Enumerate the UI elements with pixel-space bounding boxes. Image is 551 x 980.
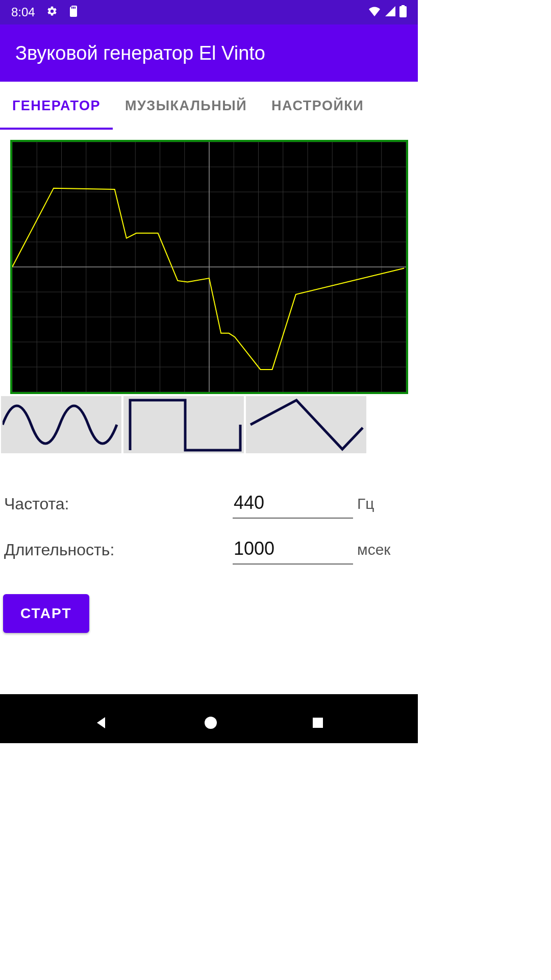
tab-generator[interactable]: ГЕНЕРАТОР bbox=[0, 82, 113, 130]
nav-recent-icon[interactable] bbox=[312, 717, 324, 731]
duration-input[interactable] bbox=[233, 535, 353, 565]
wifi-icon bbox=[368, 6, 381, 18]
duration-unit: мсек bbox=[353, 541, 390, 558]
duration-label: Длительность: bbox=[0, 541, 233, 559]
status-time: 8:04 bbox=[11, 5, 35, 19]
sd-card-icon bbox=[69, 6, 78, 19]
app-title: Звуковой генератор El Vinto bbox=[15, 42, 265, 64]
oscilloscope-display[interactable] bbox=[10, 140, 408, 394]
frequency-label: Частота: bbox=[0, 495, 233, 513]
svg-rect-1 bbox=[313, 718, 323, 728]
gear-icon bbox=[46, 6, 58, 19]
frequency-row: Частота: Гц bbox=[0, 489, 418, 519]
svg-point-0 bbox=[205, 717, 217, 729]
start-button[interactable]: СТАРТ bbox=[3, 594, 89, 633]
duration-row: Длительность: мсек bbox=[0, 535, 418, 565]
tab-bar: ГЕНЕРАТОР МУЗЫКАЛЬНЫЙ НАСТРОЙКИ bbox=[0, 82, 418, 130]
wave-buttons bbox=[0, 394, 418, 453]
tab-settings[interactable]: НАСТРОЙКИ bbox=[259, 82, 376, 130]
battery-icon bbox=[399, 5, 407, 19]
wave-square-button[interactable] bbox=[123, 396, 244, 453]
nav-back-icon[interactable] bbox=[94, 715, 109, 732]
wave-triangle-button[interactable] bbox=[246, 396, 366, 453]
tab-label: МУЗЫКАЛЬНЫЙ bbox=[125, 98, 247, 114]
nav-home-icon[interactable] bbox=[204, 716, 218, 732]
android-nav-bar bbox=[0, 704, 418, 743]
app-bar: Звуковой генератор El Vinto bbox=[0, 24, 418, 82]
content-area: Частота: Гц Длительность: мсек СТАРТ bbox=[0, 130, 418, 694]
tab-label: ГЕНЕРАТОР bbox=[12, 98, 101, 114]
black-spacer bbox=[0, 694, 418, 704]
wave-sine-button[interactable] bbox=[1, 396, 121, 453]
tab-musical[interactable]: МУЗЫКАЛЬНЫЙ bbox=[113, 82, 259, 130]
cell-signal-icon bbox=[385, 6, 395, 18]
frequency-input[interactable] bbox=[233, 489, 353, 519]
form-area: Частота: Гц Длительность: мсек СТАРТ bbox=[0, 453, 418, 633]
tab-label: НАСТРОЙКИ bbox=[271, 98, 364, 114]
status-bar: 8:04 bbox=[0, 0, 418, 24]
frequency-unit: Гц bbox=[353, 495, 374, 512]
